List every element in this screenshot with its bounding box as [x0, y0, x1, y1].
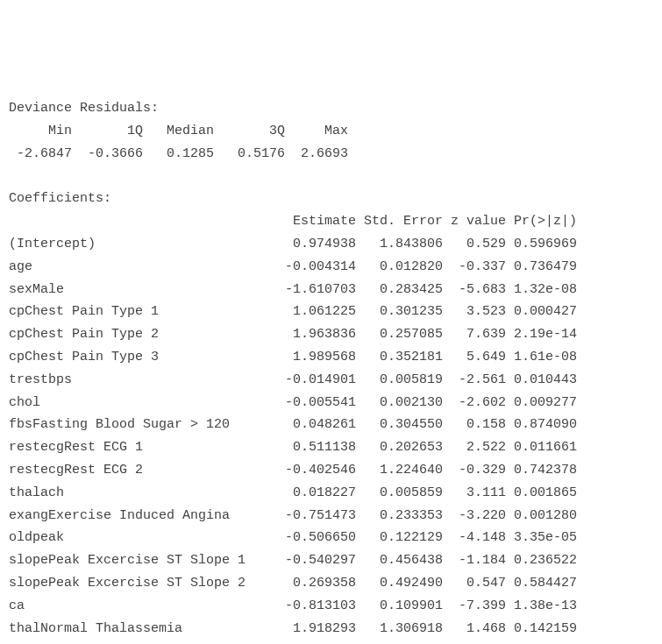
r-summary-output: Deviance Residuals: Min 1Q Median 3Q Max… [9, 97, 653, 644]
